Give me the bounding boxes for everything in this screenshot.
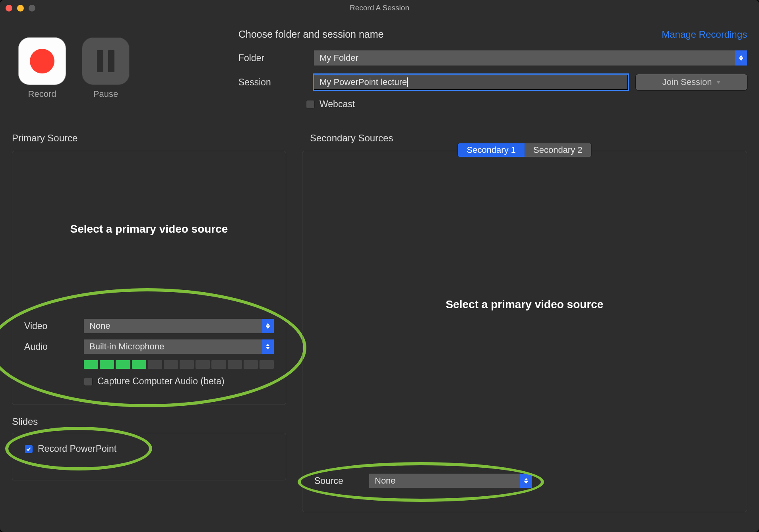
level-segment	[164, 360, 178, 369]
section-headers: Primary Source Secondary Sources	[12, 133, 747, 148]
webcast-row: Webcast	[306, 99, 747, 110]
video-select[interactable]: None	[84, 319, 274, 333]
level-segment	[196, 360, 210, 369]
record-control: Record	[18, 37, 66, 99]
window-title: Record A Session	[0, 4, 759, 12]
level-segment	[228, 360, 242, 369]
secondary-source-row: Source None	[314, 474, 532, 488]
level-segment	[148, 360, 162, 369]
audio-value: Built-in Microphone	[89, 341, 164, 352]
video-label: Video	[24, 321, 76, 332]
join-session-button[interactable]: Join Session	[636, 74, 747, 90]
slides-panel: Record PowerPoint	[12, 433, 286, 480]
tab-secondary-1[interactable]: Secondary 1	[458, 143, 525, 157]
folder-label: Folder	[238, 53, 306, 64]
traffic-lights	[6, 5, 35, 12]
session-value: My PowerPoint lecture	[319, 77, 407, 87]
form-heading: Choose folder and session name	[238, 29, 384, 40]
minimize-icon[interactable]	[17, 5, 24, 12]
join-session-label: Join Session	[662, 77, 712, 87]
level-segment	[211, 360, 226, 369]
folder-row: Folder My Folder	[238, 50, 747, 66]
slides-title: Slides	[12, 416, 286, 427]
tab-secondary-2[interactable]: Secondary 2	[525, 143, 591, 157]
pause-button[interactable]	[82, 37, 130, 85]
close-icon[interactable]	[6, 5, 12, 12]
webcast-checkbox[interactable]	[306, 100, 315, 109]
recording-controls: Record Pause	[12, 25, 227, 110]
slides-section: Slides Record PowerPoint	[12, 416, 286, 480]
level-segment	[100, 360, 114, 369]
session-input[interactable]: My PowerPoint lecture	[314, 75, 628, 90]
record-button[interactable]	[18, 37, 66, 85]
level-segment	[180, 360, 194, 369]
video-row: Video None	[24, 319, 274, 333]
titlebar: Record A Session	[0, 0, 759, 16]
chevron-updown-icon	[262, 339, 274, 354]
pause-control: Pause	[82, 37, 130, 99]
top-grid: Record Pause Choose folder and session n…	[12, 25, 747, 110]
capture-audio-checkbox[interactable]	[84, 377, 93, 386]
audio-level-meter	[84, 360, 274, 369]
primary-prompt: Select a primary video source	[24, 223, 274, 235]
secondary-source-value: None	[375, 476, 396, 486]
webcast-label: Webcast	[319, 99, 355, 110]
record-powerpoint-row: Record PowerPoint	[24, 443, 274, 454]
audio-row: Audio Built-in Microphone	[24, 339, 274, 354]
level-segment	[116, 360, 130, 369]
secondary-sources-title: Secondary Sources	[310, 133, 747, 144]
chevron-updown-icon	[520, 474, 532, 488]
secondary-source-label: Source	[314, 476, 362, 486]
pause-label: Pause	[93, 89, 118, 99]
video-value: None	[89, 321, 110, 331]
form-header: Choose folder and session name Manage Re…	[238, 29, 747, 40]
content-area: Record Pause Choose folder and session n…	[0, 16, 759, 524]
secondary-prompt: Select a primary video source	[302, 298, 747, 311]
secondary-source-select[interactable]: None	[369, 474, 532, 488]
session-row: Session My PowerPoint lecture Join Sessi…	[238, 74, 747, 90]
audio-select[interactable]: Built-in Microphone	[84, 339, 274, 354]
form-area: Choose folder and session name Manage Re…	[238, 25, 747, 110]
pause-icon	[97, 50, 114, 72]
chevron-down-icon	[716, 81, 720, 84]
chevron-updown-icon	[735, 50, 747, 66]
capture-audio-row: Capture Computer Audio (beta)	[84, 376, 274, 387]
panels: Select a primary video source Video None…	[12, 151, 747, 512]
primary-controls: Video None Audio Built-in Microphone	[24, 319, 274, 387]
record-label: Record	[28, 89, 56, 99]
left-column: Select a primary video source Video None…	[12, 151, 286, 512]
primary-source-title: Primary Source	[12, 133, 294, 144]
primary-panel: Select a primary video source Video None…	[12, 151, 286, 405]
level-segment	[259, 360, 274, 369]
secondary-tabs: Secondary 1 Secondary 2	[458, 143, 591, 157]
secondary-panel: Secondary 1 Secondary 2 Select a primary…	[302, 151, 747, 512]
folder-value: My Folder	[319, 53, 358, 63]
level-segment	[244, 360, 258, 369]
chevron-updown-icon	[262, 319, 274, 333]
session-label: Session	[238, 77, 306, 88]
record-powerpoint-label: Record PowerPoint	[38, 443, 116, 454]
capture-audio-label: Capture Computer Audio (beta)	[97, 376, 225, 387]
manage-recordings-link[interactable]: Manage Recordings	[662, 29, 747, 40]
level-segment	[84, 360, 98, 369]
level-segment	[132, 360, 146, 369]
maximize-icon	[29, 5, 35, 12]
record-powerpoint-checkbox[interactable]	[24, 445, 33, 453]
folder-select[interactable]: My Folder	[314, 50, 747, 66]
record-icon	[30, 49, 54, 73]
audio-label: Audio	[24, 341, 76, 352]
window: Record A Session Record Pause	[0, 0, 759, 532]
